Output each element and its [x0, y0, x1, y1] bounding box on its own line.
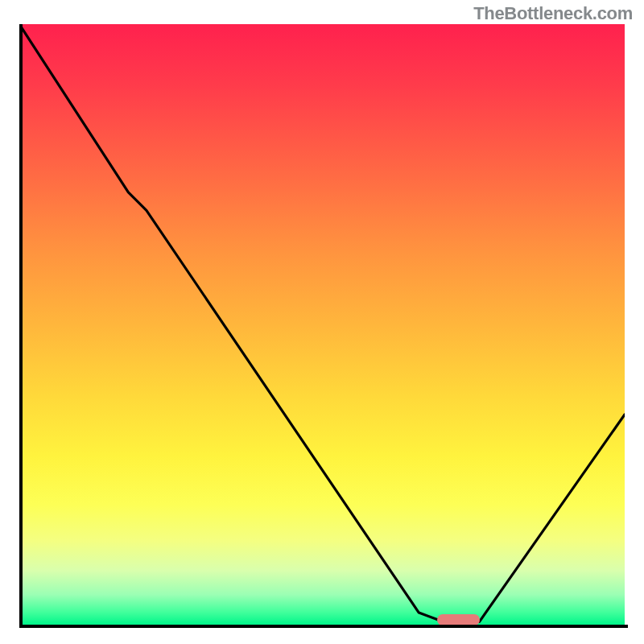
x-axis	[19, 625, 628, 628]
curve-path	[19, 24, 625, 621]
bottleneck-curve	[19, 24, 625, 625]
plot-area	[19, 24, 625, 625]
watermark-text: TheBottleneck.com	[473, 3, 633, 24]
optimum-marker	[437, 614, 480, 625]
chart-canvas: TheBottleneck.com	[0, 0, 644, 644]
y-axis	[19, 24, 23, 628]
